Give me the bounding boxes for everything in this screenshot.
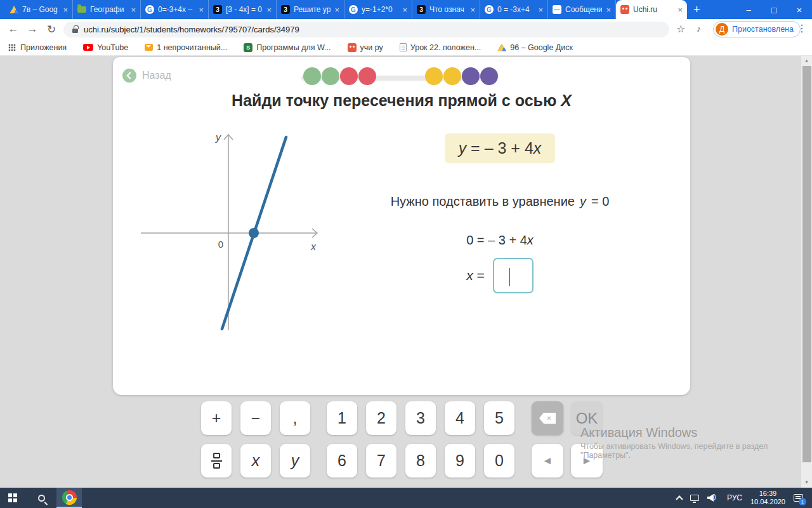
- chevron-left-icon: [122, 69, 136, 83]
- tab-znanija-2[interactable]: 3 Решите ур ×: [277, 0, 344, 19]
- tray-expand-icon[interactable]: [676, 495, 683, 502]
- progress-dot: [480, 67, 498, 85]
- scroll-up-icon[interactable]: ▴: [801, 57, 812, 64]
- google-icon: G: [145, 5, 154, 14]
- bookmark-label: YouTube: [97, 43, 128, 52]
- key-2[interactable]: 2: [366, 401, 396, 435]
- minimize-button[interactable]: –: [736, 0, 761, 19]
- media-controls-icon[interactable]: ♪: [697, 23, 701, 34]
- folder-icon: [77, 6, 86, 13]
- key-5[interactable]: 5: [484, 401, 514, 435]
- google-drive-icon: [10, 6, 18, 13]
- x-axis-label: x: [310, 241, 317, 252]
- maximize-button[interactable]: ▢: [761, 0, 787, 19]
- bookmark-uchi[interactable]: учи ру: [348, 43, 383, 52]
- profile-chip[interactable]: Д Приостановлена: [713, 21, 801, 37]
- window-controls: – ▢ ×: [736, 0, 812, 19]
- tab-close-icon[interactable]: ×: [470, 5, 475, 15]
- tab-close-icon[interactable]: ×: [266, 5, 272, 15]
- browser-menu-icon[interactable]: ⋮: [797, 22, 807, 34]
- back-nav-icon[interactable]: ←: [4, 23, 23, 36]
- tab-geography[interactable]: Географи ×: [73, 0, 141, 19]
- time: 16:39: [750, 490, 785, 498]
- key-4[interactable]: 4: [445, 401, 475, 435]
- progress-dot: [443, 67, 461, 85]
- bookmark-star-icon[interactable]: ☆: [676, 23, 685, 35]
- tab-google-search-1[interactable]: G 0=-3+4x – ×: [141, 0, 209, 19]
- answer-input[interactable]: [493, 258, 534, 293]
- clock[interactable]: 16:39 10.04.2020: [750, 490, 785, 506]
- progress-dot: [425, 67, 443, 85]
- date: 10.04.2020: [750, 498, 785, 506]
- key-backspace[interactable]: ×: [532, 401, 563, 435]
- tab-close-icon[interactable]: ×: [538, 5, 543, 15]
- key-0[interactable]: 0: [484, 444, 514, 478]
- key-6[interactable]: 6: [327, 444, 357, 478]
- key-y[interactable]: y: [280, 444, 310, 478]
- tab-close-icon[interactable]: ×: [678, 5, 683, 15]
- bookmark-lesson[interactable]: Урок 22. положен...: [400, 43, 481, 52]
- bookmark-mail[interactable]: 1 непрочитанный...: [145, 43, 227, 52]
- uchi-icon: [620, 5, 629, 14]
- key-x[interactable]: x: [240, 444, 271, 478]
- znanija-icon: 3: [417, 5, 426, 14]
- address-bar[interactable]: uchi.ru/subject/1/students/homeworks/795…: [63, 22, 669, 37]
- key-7[interactable]: 7: [366, 444, 396, 478]
- tab-close-icon[interactable]: ×: [334, 5, 339, 15]
- tab-messages[interactable]: Сообщени ×: [548, 0, 616, 19]
- bookmark-label: Приложения: [20, 43, 67, 52]
- taskbar-chrome-button[interactable]: [56, 488, 82, 508]
- language-indicator[interactable]: РУС: [727, 493, 742, 502]
- new-tab-button[interactable]: +: [693, 3, 700, 17]
- tab-google-search-2[interactable]: G y=-1+2*0 ×: [344, 0, 412, 19]
- scrollbar-track[interactable]: ▴ ▾: [801, 56, 812, 488]
- tab-close-icon[interactable]: ×: [402, 5, 407, 15]
- scroll-down-icon[interactable]: ▾: [801, 479, 812, 485]
- key-9[interactable]: 9: [445, 444, 475, 478]
- znanija-icon: 3: [213, 5, 222, 14]
- s-app-icon: S: [244, 43, 252, 52]
- tab-close-icon[interactable]: ×: [63, 5, 68, 15]
- system-tray: ) РУС 16:39 10.04.2020 1: [677, 488, 808, 508]
- key-cursor-left[interactable]: ◄: [532, 444, 563, 478]
- key-8[interactable]: 8: [405, 444, 436, 478]
- lock-icon: [72, 29, 78, 33]
- key-comma[interactable]: ,: [280, 401, 310, 435]
- equation-highlight: y = – 3 + 4x: [367, 132, 633, 164]
- answer-row: x =: [367, 257, 633, 293]
- chrome-icon: [62, 490, 77, 505]
- key-plus[interactable]: +: [201, 401, 232, 435]
- tab-uchi-active[interactable]: Uchi.ru ×: [616, 0, 687, 19]
- network-icon[interactable]: [690, 495, 699, 501]
- key-3[interactable]: 3: [405, 401, 436, 435]
- tab-close-icon[interactable]: ×: [606, 5, 611, 15]
- tab-znanija-3[interactable]: 3 Что означ ×: [412, 0, 480, 19]
- start-button[interactable]: [0, 488, 27, 508]
- volume-icon[interactable]: ): [707, 494, 719, 502]
- notification-center-icon[interactable]: 1: [794, 494, 803, 502]
- tab-title: Решите ур: [294, 5, 331, 14]
- key-1[interactable]: 1: [327, 401, 357, 435]
- bookmark-programs[interactable]: S Программы для W...: [244, 43, 331, 52]
- close-button[interactable]: ×: [787, 0, 812, 19]
- scrollbar-thumb[interactable]: [802, 66, 811, 462]
- back-button[interactable]: Назад: [122, 69, 171, 83]
- key-fraction[interactable]: [201, 444, 232, 478]
- refresh-icon[interactable]: ↻: [42, 23, 61, 36]
- tab-title: [3 - 4x] = 0: [226, 5, 263, 14]
- bookmark-label: Программы для W...: [256, 43, 331, 52]
- bookmarks-bar: Приложения YouTube 1 непрочитанный... S …: [0, 39, 812, 56]
- tab-google-search-3[interactable]: G 0 = -3x+4 ×: [480, 0, 548, 19]
- tab-close-icon[interactable]: ×: [199, 5, 204, 15]
- bookmark-youtube[interactable]: YouTube: [83, 43, 128, 52]
- bookmark-gdrive[interactable]: 96 – Google Диск: [497, 43, 573, 52]
- taskbar-search-button[interactable]: [27, 488, 56, 508]
- bookmark-apps[interactable]: Приложения: [8, 43, 67, 52]
- tab-znanija-1[interactable]: 3 [3 - 4x] = 0 ×: [209, 0, 277, 19]
- forward-nav-icon[interactable]: →: [23, 23, 42, 36]
- tab-close-icon[interactable]: ×: [131, 5, 136, 15]
- url-text[interactable]: uchi.ru/subject/1/students/homeworks/795…: [84, 25, 299, 34]
- key-minus[interactable]: −: [240, 401, 271, 435]
- tab-drive[interactable]: 7в – Goog ×: [5, 0, 73, 19]
- bookmark-label: 1 непрочитанный...: [157, 43, 227, 52]
